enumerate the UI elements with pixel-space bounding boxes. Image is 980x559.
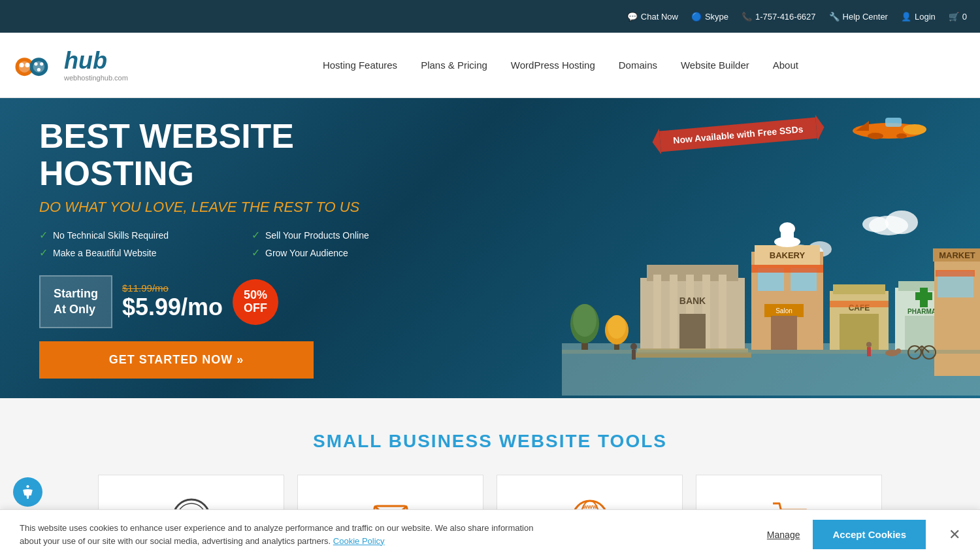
nav-plans-pricing[interactable]: Plans & Pricing [409, 53, 499, 77]
starting-at: StartingAt Only [39, 275, 112, 328]
hero-feature-1: ✓ No Technical Skills Required [39, 229, 232, 241]
hero-title: BEST WEBSITE HOSTING [39, 118, 444, 192]
help-label: Help Center [843, 12, 888, 22]
svg-point-6 [34, 62, 37, 65]
hero-feature-2-text: Sell Your Products Online [265, 230, 369, 241]
svg-rect-35 [679, 314, 706, 350]
svg-point-4 [20, 63, 24, 67]
help-center-link[interactable]: 🔧 Help Center [829, 12, 888, 22]
svg-marker-11 [856, 121, 869, 131]
svg-rect-54 [840, 314, 879, 350]
phone-link[interactable]: 📞 1-757-416-6627 [742, 12, 816, 22]
logo-sub: webhostinghub.com [64, 74, 128, 82]
nav-website-builder[interactable]: Website Builder [669, 53, 761, 77]
plane-illustration [849, 111, 928, 146]
check-icon-1: ✓ [39, 229, 48, 241]
accessibility-icon [20, 484, 36, 500]
login-icon: 👤 [901, 12, 911, 22]
chat-icon: 💬 [627, 12, 638, 22]
check-icon-4: ✓ [252, 246, 260, 259]
svg-rect-30 [653, 275, 661, 350]
skype-label: Skype [705, 12, 728, 22]
hero-feature-4-text: Grow Your Audience [265, 248, 348, 258]
svg-rect-66 [936, 270, 975, 277]
nav-wordpress-hosting[interactable]: WordPress Hosting [499, 53, 607, 77]
phone-icon: 📞 [742, 12, 752, 22]
svg-point-92 [26, 485, 29, 488]
login-label: Login [915, 12, 936, 22]
svg-rect-12 [885, 118, 902, 127]
skype-link[interactable]: 🔵 Skype [691, 12, 728, 22]
hero-feature-4: ✓ Grow Your Audience [252, 246, 444, 259]
nav-hosting-features[interactable]: Hosting Features [311, 53, 409, 77]
svg-text:BANK: BANK [679, 296, 706, 306]
svg-point-5 [25, 63, 29, 67]
svg-point-18 [862, 216, 889, 232]
logo-text: hub [64, 49, 128, 73]
hero-feature-2: ✓ Sell Your Products Online [252, 229, 444, 241]
svg-rect-69 [632, 350, 636, 360]
login-link[interactable]: 👤 Login [901, 12, 936, 22]
hero-features: ✓ No Technical Skills Required ✓ Sell Yo… [39, 229, 444, 259]
check-icon-2: ✓ [252, 229, 260, 241]
wrench-icon: 🔧 [829, 12, 840, 22]
off-label: OFF [244, 302, 267, 315]
hero-feature-1-text: No Technical Skills Required [53, 230, 169, 241]
logo[interactable]: hub webhostinghub.com [13, 46, 128, 85]
svg-point-10 [903, 124, 926, 135]
tools-section-title: SMALL BUSINESS WEBSITE TOOLS [39, 431, 941, 452]
top-bar: 💬 Chat Now 🔵 Skype 📞 1-757-416-6627 🔧 He… [0, 0, 980, 33]
off-badge: 50% OFF [233, 279, 278, 325]
cookie-banner: This website uses cookies to enhance use… [0, 509, 980, 559]
pricing-block: StartingAt Only $11.99/mo $5.99/mo 50% O… [39, 275, 444, 328]
svg-rect-31 [670, 275, 678, 350]
hero-content: BEST WEBSITE HOSTING DO WHAT YOU LOVE, L… [39, 118, 444, 379]
cookie-text: This website uses cookies to enhance use… [20, 522, 542, 547]
phone-number: 1-757-416-6627 [755, 12, 816, 22]
svg-rect-59 [915, 292, 932, 300]
price-area: $11.99/mo $5.99/mo [122, 282, 223, 321]
skype-icon: 🔵 [691, 12, 702, 22]
cart-link[interactable]: 🛒 0 [949, 12, 967, 22]
nav-about[interactable]: About [761, 53, 810, 77]
svg-rect-55 [830, 301, 889, 307]
svg-rect-71 [867, 347, 871, 356]
off-percent: 50% [244, 289, 267, 302]
cart-count: 0 [962, 12, 967, 22]
chat-now-link[interactable]: 💬 Chat Now [627, 12, 678, 22]
main-nav: hub webhostinghub.com Hosting Features P… [0, 33, 980, 98]
svg-rect-50 [771, 316, 797, 350]
svg-text:BAKERY: BAKERY [770, 250, 806, 260]
svg-point-27 [608, 315, 626, 339]
svg-point-70 [866, 342, 872, 347]
ssd-banner: Now Available with Free SSDs [659, 118, 817, 152]
nav-domains[interactable]: Domains [607, 53, 669, 77]
nav-links: Hosting Features Plans & Pricing WordPre… [154, 53, 967, 77]
town-illustration: BANK BAKERY Salon CA [562, 173, 980, 398]
svg-point-7 [40, 62, 43, 65]
svg-text:Salon: Salon [776, 307, 792, 314]
hero-feature-3-text: Make a Beautiful Website [53, 248, 157, 258]
svg-point-44 [779, 222, 795, 235]
chat-label: Chat Now [641, 12, 678, 22]
cookie-policy-link[interactable]: Cookie Policy [333, 536, 385, 546]
svg-point-13 [868, 133, 883, 139]
svg-rect-47 [751, 265, 823, 273]
svg-rect-34 [719, 275, 727, 350]
close-cookie-banner-button[interactable]: ✕ [949, 526, 960, 543]
original-price: $11.99/mo [122, 282, 169, 294]
accept-cookies-button[interactable]: Accept Cookies [813, 520, 926, 549]
check-icon-3: ✓ [39, 246, 48, 259]
svg-point-8 [37, 67, 41, 71]
svg-text:MARKET: MARKET [939, 250, 975, 260]
manage-cookies-button[interactable]: Manage [767, 530, 800, 540]
hero-feature-3: ✓ Make a Beautiful Website [39, 246, 232, 259]
svg-point-73 [896, 348, 901, 354]
new-price: $5.99/mo [122, 294, 223, 321]
svg-point-24 [573, 304, 596, 337]
logo-svg [13, 46, 59, 85]
get-started-button[interactable]: GET STARTED NOW » [39, 341, 314, 379]
accessibility-button[interactable] [13, 477, 42, 507]
svg-rect-52 [833, 284, 885, 294]
hero-section: BEST WEBSITE HOSTING DO WHAT YOU LOVE, L… [0, 98, 980, 398]
